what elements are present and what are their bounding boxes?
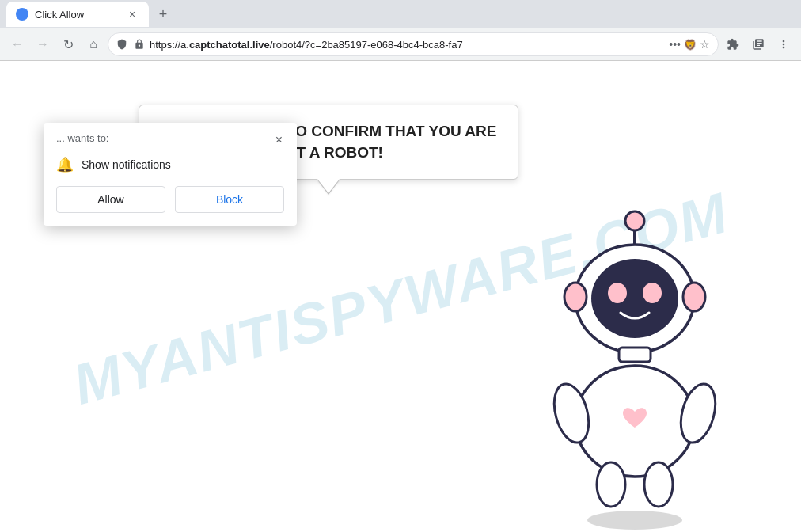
tab-close-button[interactable]: × [125,7,139,21]
back-button[interactable]: ← [6,33,28,55]
block-button[interactable]: Block [175,186,284,213]
lock-icon [134,39,145,50]
svg-point-1 [625,211,644,230]
svg-point-6 [564,283,587,311]
bell-icon: 🔔 [56,156,74,173]
svg-point-12 [597,462,625,507]
active-tab[interactable]: Click Allow × [6,2,149,27]
page-content: MYANTISPYWARE.COM CLICK «ALLOW» TO CONFI… [0,61,801,532]
popup-permission: 🔔 Show notifications [56,156,284,173]
forward-button[interactable]: → [32,33,54,55]
tab-title: Click Allow [35,9,119,21]
domain-highlight: captchatotal.live [189,39,270,51]
open-tabs-button[interactable] [747,33,769,55]
allow-button[interactable]: Allow [56,186,165,213]
security-icon [116,39,127,50]
tab-bar: Click Allow × + [0,0,801,28]
popup-close-button[interactable]: × [274,132,284,148]
svg-point-5 [643,283,662,303]
brave-shield-icon[interactable]: 🦁 [684,39,697,51]
svg-point-3 [591,259,678,338]
svg-point-7 [683,283,705,311]
svg-point-13 [644,462,673,507]
svg-point-4 [608,283,627,303]
popup-origin: ... wants to: [56,132,108,144]
permission-text: Show notifications [82,158,171,171]
extensions-button[interactable] [722,33,744,55]
new-tab-button[interactable]: + [152,3,174,25]
toolbar-right [722,33,795,55]
svg-point-14 [587,511,682,530]
tab-favicon [16,8,28,21]
svg-rect-8 [619,348,651,362]
toolbar: ← → ↻ ⌂ https://a.captchatotal.live/robo… [0,28,801,60]
popup-header: ... wants to: × [56,132,284,148]
robot-illustration [500,203,769,532]
reload-button[interactable]: ↻ [57,33,79,55]
home-button[interactable]: ⌂ [82,33,104,55]
popup-buttons: Allow Block [56,186,284,213]
menu-button[interactable] [773,33,795,55]
browser-chrome: Click Allow × + ← → ↻ ⌂ https://a.captch… [0,0,801,61]
notification-popup: ... wants to: × 🔔 Show notifications All… [44,123,297,226]
more-options-icon[interactable]: ••• [669,38,681,51]
bookmark-icon[interactable]: ☆ [700,38,710,51]
address-text: https://a.captchatotal.live/robot4/?c=2b… [150,39,664,51]
address-icons: ••• 🦁 ☆ [669,38,710,51]
address-bar[interactable]: https://a.captchatotal.live/robot4/?c=2b… [108,32,719,56]
